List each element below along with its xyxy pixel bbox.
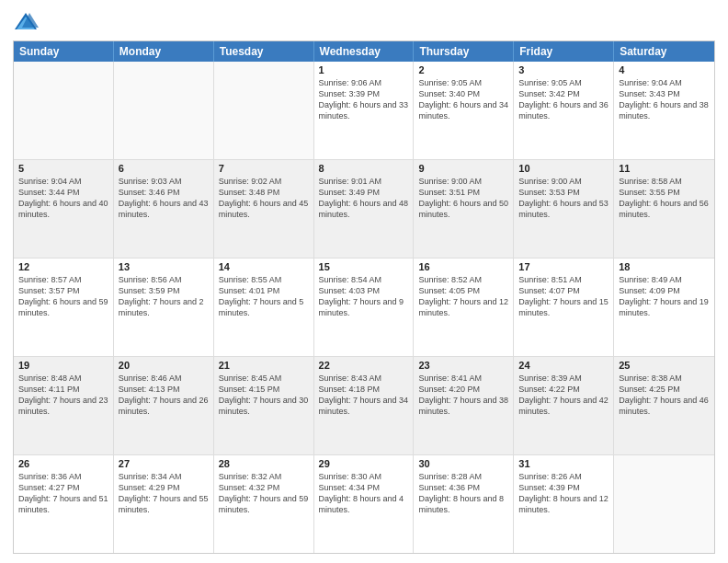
day-number: 29	[319, 458, 409, 469]
calendar-row: 26Sunrise: 8:36 AM Sunset: 4:27 PM Dayli…	[14, 454, 714, 553]
day-info: Sunrise: 8:30 AM Sunset: 4:34 PM Dayligh…	[319, 471, 409, 516]
day-info: Sunrise: 8:48 AM Sunset: 4:11 PM Dayligh…	[18, 373, 108, 418]
day-info: Sunrise: 8:41 AM Sunset: 4:20 PM Dayligh…	[418, 373, 508, 418]
day-number: 12	[18, 261, 108, 272]
day-info: Sunrise: 8:45 AM Sunset: 4:15 PM Dayligh…	[219, 373, 309, 418]
calendar-cell: 31Sunrise: 8:26 AM Sunset: 4:39 PM Dayli…	[514, 455, 614, 553]
day-info: Sunrise: 8:34 AM Sunset: 4:29 PM Dayligh…	[119, 471, 209, 516]
day-number: 19	[18, 360, 108, 371]
calendar-cell: 28Sunrise: 8:32 AM Sunset: 4:32 PM Dayli…	[214, 455, 314, 553]
weekday-header-thursday: Thursday	[414, 41, 514, 62]
day-info: Sunrise: 9:02 AM Sunset: 3:48 PM Dayligh…	[219, 176, 309, 221]
calendar-cell: 18Sunrise: 8:49 AM Sunset: 4:09 PM Dayli…	[614, 259, 714, 356]
calendar-cell: 9Sunrise: 9:00 AM Sunset: 3:51 PM Daylig…	[414, 160, 514, 258]
day-number: 21	[219, 360, 309, 371]
calendar-cell: 1Sunrise: 9:06 AM Sunset: 3:39 PM Daylig…	[314, 62, 415, 159]
calendar-cell: 6Sunrise: 9:03 AM Sunset: 3:46 PM Daylig…	[114, 160, 214, 258]
day-number: 3	[518, 64, 609, 75]
weekday-header-sunday: Sunday	[14, 41, 114, 62]
day-info: Sunrise: 9:01 AM Sunset: 3:49 PM Dayligh…	[319, 176, 409, 221]
calendar-cell: 7Sunrise: 9:02 AM Sunset: 3:48 PM Daylig…	[214, 160, 314, 258]
day-info: Sunrise: 8:43 AM Sunset: 4:18 PM Dayligh…	[319, 373, 409, 418]
day-info: Sunrise: 8:28 AM Sunset: 4:36 PM Dayligh…	[418, 471, 508, 516]
day-number: 18	[619, 261, 710, 272]
calendar-cell: 15Sunrise: 8:54 AM Sunset: 4:03 PM Dayli…	[314, 259, 415, 356]
weekday-header-saturday: Saturday	[614, 41, 714, 62]
weekday-header-wednesday: Wednesday	[314, 41, 415, 62]
calendar-cell: 17Sunrise: 8:51 AM Sunset: 4:07 PM Dayli…	[514, 259, 614, 356]
day-number: 25	[619, 360, 710, 371]
calendar-cell	[214, 62, 314, 159]
header	[13, 9, 715, 35]
day-info: Sunrise: 8:58 AM Sunset: 3:55 PM Dayligh…	[619, 176, 710, 221]
logo	[13, 9, 42, 35]
calendar-cell	[114, 62, 214, 159]
day-info: Sunrise: 9:00 AM Sunset: 3:51 PM Dayligh…	[418, 176, 508, 221]
calendar-cell: 10Sunrise: 9:00 AM Sunset: 3:53 PM Dayli…	[514, 160, 614, 258]
weekday-header-tuesday: Tuesday	[214, 41, 314, 62]
day-info: Sunrise: 8:32 AM Sunset: 4:32 PM Dayligh…	[219, 471, 309, 516]
calendar-cell: 2Sunrise: 9:05 AM Sunset: 3:40 PM Daylig…	[414, 62, 514, 159]
day-number: 17	[518, 261, 609, 272]
day-info: Sunrise: 8:36 AM Sunset: 4:27 PM Dayligh…	[18, 471, 108, 516]
day-number: 2	[418, 64, 508, 75]
calendar-body: 1Sunrise: 9:06 AM Sunset: 3:39 PM Daylig…	[14, 62, 714, 553]
calendar-cell: 16Sunrise: 8:52 AM Sunset: 4:05 PM Dayli…	[414, 259, 514, 356]
day-number: 11	[619, 163, 710, 174]
day-number: 7	[219, 163, 309, 174]
day-info: Sunrise: 8:51 AM Sunset: 4:07 PM Dayligh…	[518, 274, 609, 319]
day-info: Sunrise: 9:06 AM Sunset: 3:39 PM Dayligh…	[319, 77, 409, 122]
calendar-cell: 30Sunrise: 8:28 AM Sunset: 4:36 PM Dayli…	[414, 455, 514, 553]
day-number: 31	[518, 458, 609, 469]
calendar-cell: 5Sunrise: 9:04 AM Sunset: 3:44 PM Daylig…	[14, 160, 114, 258]
day-number: 23	[418, 360, 508, 371]
logo-icon	[13, 9, 39, 35]
calendar-cell: 8Sunrise: 9:01 AM Sunset: 3:49 PM Daylig…	[314, 160, 415, 258]
calendar-row: 1Sunrise: 9:06 AM Sunset: 3:39 PM Daylig…	[14, 62, 714, 159]
calendar-cell: 12Sunrise: 8:57 AM Sunset: 3:57 PM Dayli…	[14, 259, 114, 356]
calendar-row: 5Sunrise: 9:04 AM Sunset: 3:44 PM Daylig…	[14, 159, 714, 258]
calendar-cell: 27Sunrise: 8:34 AM Sunset: 4:29 PM Dayli…	[114, 455, 214, 553]
page: SundayMondayTuesdayWednesdayThursdayFrid…	[0, 0, 728, 563]
calendar-cell: 4Sunrise: 9:04 AM Sunset: 3:43 PM Daylig…	[614, 62, 714, 159]
day-info: Sunrise: 8:38 AM Sunset: 4:25 PM Dayligh…	[619, 373, 710, 418]
day-info: Sunrise: 8:49 AM Sunset: 4:09 PM Dayligh…	[619, 274, 710, 319]
day-info: Sunrise: 9:05 AM Sunset: 3:40 PM Dayligh…	[418, 77, 508, 122]
day-number: 5	[18, 163, 108, 174]
calendar-cell: 14Sunrise: 8:55 AM Sunset: 4:01 PM Dayli…	[214, 259, 314, 356]
day-number: 16	[418, 261, 508, 272]
day-info: Sunrise: 8:57 AM Sunset: 3:57 PM Dayligh…	[18, 274, 108, 319]
day-number: 27	[119, 458, 209, 469]
calendar-cell: 26Sunrise: 8:36 AM Sunset: 4:27 PM Dayli…	[14, 455, 114, 553]
calendar-cell: 3Sunrise: 9:05 AM Sunset: 3:42 PM Daylig…	[514, 62, 614, 159]
day-info: Sunrise: 8:55 AM Sunset: 4:01 PM Dayligh…	[219, 274, 309, 319]
day-number: 14	[219, 261, 309, 272]
calendar-row: 12Sunrise: 8:57 AM Sunset: 3:57 PM Dayli…	[14, 258, 714, 356]
calendar-cell: 24Sunrise: 8:39 AM Sunset: 4:22 PM Dayli…	[514, 357, 614, 454]
day-number: 20	[119, 360, 209, 371]
calendar-cell: 29Sunrise: 8:30 AM Sunset: 4:34 PM Dayli…	[314, 455, 415, 553]
day-info: Sunrise: 8:46 AM Sunset: 4:13 PM Dayligh…	[119, 373, 209, 418]
calendar-cell: 22Sunrise: 8:43 AM Sunset: 4:18 PM Dayli…	[314, 357, 415, 454]
day-number: 15	[319, 261, 409, 272]
calendar-header: SundayMondayTuesdayWednesdayThursdayFrid…	[14, 41, 714, 62]
weekday-header-friday: Friday	[514, 41, 614, 62]
day-info: Sunrise: 8:56 AM Sunset: 3:59 PM Dayligh…	[119, 274, 209, 319]
calendar-cell: 21Sunrise: 8:45 AM Sunset: 4:15 PM Dayli…	[214, 357, 314, 454]
day-info: Sunrise: 8:52 AM Sunset: 4:05 PM Dayligh…	[418, 274, 508, 319]
day-number: 13	[119, 261, 209, 272]
day-number: 22	[319, 360, 409, 371]
calendar-cell: 20Sunrise: 8:46 AM Sunset: 4:13 PM Dayli…	[114, 357, 214, 454]
day-number: 28	[219, 458, 309, 469]
day-number: 9	[418, 163, 508, 174]
day-number: 24	[518, 360, 609, 371]
day-number: 8	[319, 163, 409, 174]
calendar: SundayMondayTuesdayWednesdayThursdayFrid…	[13, 40, 715, 554]
calendar-row: 19Sunrise: 8:48 AM Sunset: 4:11 PM Dayli…	[14, 356, 714, 454]
calendar-cell: 11Sunrise: 8:58 AM Sunset: 3:55 PM Dayli…	[614, 160, 714, 258]
day-number: 1	[319, 64, 409, 75]
day-info: Sunrise: 9:04 AM Sunset: 3:44 PM Dayligh…	[18, 176, 108, 221]
calendar-cell: 25Sunrise: 8:38 AM Sunset: 4:25 PM Dayli…	[614, 357, 714, 454]
day-info: Sunrise: 8:26 AM Sunset: 4:39 PM Dayligh…	[518, 471, 609, 516]
calendar-cell: 13Sunrise: 8:56 AM Sunset: 3:59 PM Dayli…	[114, 259, 214, 356]
